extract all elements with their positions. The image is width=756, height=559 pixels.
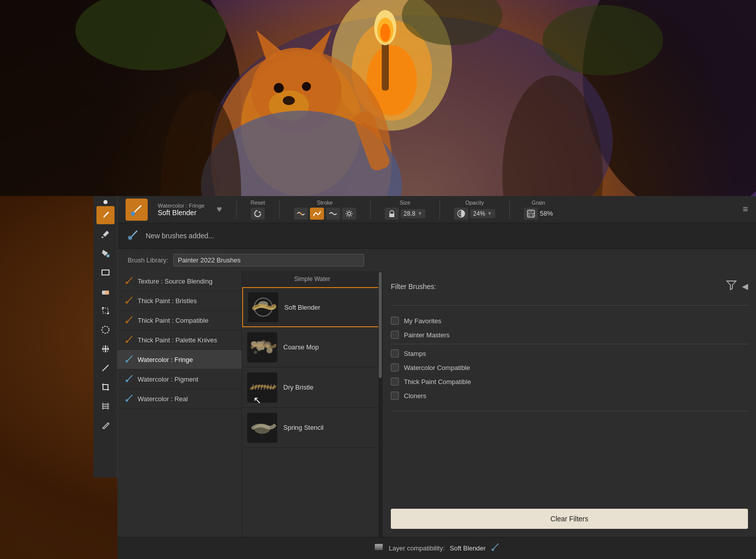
filter-header: Filter Brushes: ◀ bbox=[391, 280, 748, 297]
svg-point-28 bbox=[106, 254, 110, 257]
brush-preview-soft-blender bbox=[248, 292, 278, 322]
bottom-bar: Layer compatibility: Soft Blender bbox=[118, 537, 756, 559]
lasso-tool-button[interactable] bbox=[96, 321, 115, 339]
svg-point-12 bbox=[283, 96, 295, 105]
stroke-label: Stroke bbox=[317, 200, 333, 206]
category-icon-watercolor-fringe bbox=[126, 354, 134, 364]
brush-library-select[interactable]: Painter 2022 BrushesPainter 2021 Brushes… bbox=[173, 254, 364, 266]
opacity-value: 24% bbox=[473, 210, 485, 217]
panel-menu-button[interactable]: ≡ bbox=[742, 204, 748, 215]
add-icon bbox=[101, 344, 110, 353]
favorite-button[interactable]: ♥ bbox=[217, 204, 222, 215]
add-tool-button[interactable] bbox=[96, 340, 115, 358]
category-item-watercolor-pigment[interactable]: Watercolor : Pigment bbox=[118, 369, 242, 389]
eyedropper-tool-button[interactable] bbox=[96, 225, 115, 243]
brush-item-soft-blender[interactable]: Soft Blender bbox=[242, 287, 382, 327]
brush-item-spring-stencil[interactable]: Spring Stencil bbox=[242, 408, 382, 448]
brush-item-name-dry-bristle: Dry Bristle bbox=[283, 384, 313, 391]
stroke-alt-button[interactable] bbox=[326, 208, 340, 220]
rectangle-icon bbox=[101, 268, 110, 277]
opacity-value-box[interactable]: 24% ▼ bbox=[470, 209, 495, 218]
transform-button[interactable] bbox=[96, 302, 115, 320]
filter-option-cloners[interactable]: Cloners bbox=[391, 389, 748, 403]
svg-point-48 bbox=[532, 213, 533, 214]
filter-label-painter-masters: Painter Masters bbox=[404, 331, 450, 339]
layer-brush-icon-svg bbox=[491, 542, 500, 551]
stroke-type-button[interactable] bbox=[310, 208, 324, 220]
filter-collapse-button[interactable]: ◀ bbox=[742, 282, 748, 291]
brush-item-name-coarse-mop: Coarse Mop bbox=[283, 343, 319, 351]
brush-scroll-track[interactable] bbox=[378, 271, 382, 537]
grain-icon-btn[interactable] bbox=[524, 208, 538, 220]
size-lock-button[interactable] bbox=[385, 208, 399, 220]
svg-point-94 bbox=[491, 548, 494, 551]
filter-option-thick-paint-compatible[interactable]: Thick Paint Compatible bbox=[391, 375, 748, 389]
svg-point-71 bbox=[254, 350, 257, 353]
svg-point-33 bbox=[102, 326, 109, 333]
svg-point-53 bbox=[126, 282, 128, 284]
brush-tool-icon bbox=[100, 210, 111, 220]
filter-checkbox-my-favorites[interactable] bbox=[391, 317, 399, 325]
category-item-texture-source[interactable]: Texture : Source Blending bbox=[118, 271, 242, 291]
filter-option-stamps[interactable]: Stamps bbox=[391, 346, 748, 360]
category-item-thick-palette[interactable]: Thick Paint : Palette Knives bbox=[118, 330, 242, 350]
size-controls: 28.8 ▼ bbox=[385, 208, 425, 220]
brush-category-icon bbox=[126, 199, 148, 221]
svg-point-27 bbox=[101, 236, 103, 238]
filter-panel: Filter Brushes: ◀ My FavoritesPainter Ma… bbox=[383, 271, 756, 537]
category-item-thick-bristles[interactable]: Thick Paint : Bristles bbox=[118, 291, 242, 311]
filter-checkbox-cloners[interactable] bbox=[391, 392, 399, 400]
new-brushes-text[interactable]: New brushes added... bbox=[146, 232, 214, 240]
category-label-thick-palette: Thick Paint : Palette Knives bbox=[138, 336, 217, 344]
transform2-button[interactable] bbox=[96, 397, 115, 415]
category-item-watercolor-fringe[interactable]: Watercolor : Fringe bbox=[118, 350, 242, 369]
eraser-icon bbox=[101, 287, 110, 296]
transform2-icon bbox=[101, 402, 110, 411]
clear-filters-button[interactable]: Clear Filters bbox=[391, 509, 748, 529]
crop-tool-button[interactable] bbox=[96, 378, 115, 396]
brush-item-coarse-mop[interactable]: Coarse Mop bbox=[242, 327, 382, 367]
filter-option-painter-masters[interactable]: Painter Masters bbox=[391, 328, 748, 342]
brush-name-label: Soft Blender bbox=[158, 209, 204, 217]
filter-option-watercolor-compatible[interactable]: Watercolor Compatible bbox=[391, 360, 748, 375]
line-tool-button[interactable] bbox=[96, 359, 115, 377]
filter-options: My FavoritesPainter MastersStampsWaterco… bbox=[391, 314, 748, 403]
category-icon-texture-source bbox=[126, 276, 134, 286]
brush-tool-button[interactable] bbox=[96, 206, 115, 224]
grain-label: Grain bbox=[531, 200, 545, 206]
filter-divider-1 bbox=[391, 344, 748, 344]
opacity-icon-btn[interactable] bbox=[454, 208, 468, 220]
filter-option-my-favorites[interactable]: My Favorites bbox=[391, 314, 748, 328]
stroke-gear-button[interactable] bbox=[342, 208, 356, 220]
size-value-box[interactable]: 28.8 ▼ bbox=[401, 209, 425, 218]
category-item-thick-compatible[interactable]: Thick Paint : Compatible bbox=[118, 311, 242, 330]
filter-checkbox-thick-paint-compatible[interactable] bbox=[391, 378, 399, 386]
pen-tool-button[interactable] bbox=[96, 416, 115, 434]
eraser-tool-button[interactable] bbox=[96, 283, 115, 301]
filter-checkbox-stamps[interactable] bbox=[391, 349, 399, 357]
category-label-thick-bristles: Thick Paint : Bristles bbox=[138, 297, 197, 305]
brush-item-name-soft-blender: Soft Blender bbox=[284, 304, 320, 311]
svg-rect-32 bbox=[103, 308, 108, 313]
paint-bucket-button[interactable] bbox=[96, 244, 115, 262]
stroke-settings-button[interactable] bbox=[294, 208, 308, 220]
brush-item-dry-bristle[interactable]: Dry Bristle bbox=[242, 367, 382, 408]
reset-button[interactable] bbox=[251, 208, 265, 220]
rectangle-tool-button[interactable] bbox=[96, 263, 115, 282]
filter-checkbox-watercolor-compatible[interactable] bbox=[391, 363, 399, 371]
paint-bucket-icon bbox=[101, 249, 110, 258]
grain-icon bbox=[526, 209, 535, 218]
reset-group: Reset bbox=[251, 200, 265, 220]
stroke-type-icon bbox=[312, 209, 321, 218]
separator-1 bbox=[236, 201, 237, 219]
size-label: Size bbox=[399, 200, 410, 206]
brush-scroll-thumb[interactable] bbox=[379, 272, 382, 378]
svg-marker-36 bbox=[258, 211, 261, 213]
svg-point-38 bbox=[348, 212, 351, 215]
filter-checkbox-painter-masters[interactable] bbox=[391, 331, 399, 339]
grain-group: Grain 58% bbox=[524, 200, 553, 220]
filter-funnel-icon[interactable] bbox=[726, 280, 737, 293]
category-item-watercolor-real[interactable]: Watercolor : Real bbox=[118, 389, 242, 409]
svg-rect-91 bbox=[375, 548, 383, 550]
svg-point-51 bbox=[532, 215, 533, 216]
